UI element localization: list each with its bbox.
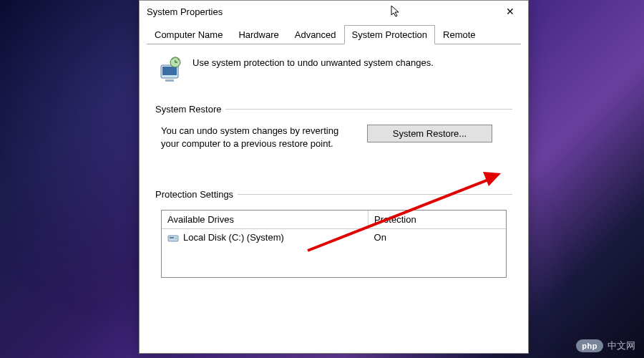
drive-name: Local Disk (C:) (System) <box>183 232 284 243</box>
column-header-protection[interactable]: Protection <box>369 211 506 229</box>
table-row[interactable]: Local Disk (C:) (System) On <box>162 229 506 246</box>
protection-table: Available Drives Protection <box>161 210 507 278</box>
tab-hardware[interactable]: Hardware <box>230 25 286 44</box>
system-restore-button[interactable]: System Restore... <box>367 125 492 142</box>
drive-icon <box>167 233 179 243</box>
watermark-badge: php <box>576 339 603 352</box>
svg-rect-2 <box>165 79 174 82</box>
tab-remote[interactable]: Remote <box>435 25 484 44</box>
tab-row: Computer Name Hardware Advanced System P… <box>147 25 521 44</box>
watermark-text: 中文网 <box>608 339 635 352</box>
svg-point-6 <box>175 238 177 239</box>
system-protection-icon <box>155 55 184 84</box>
system-properties-dialog: System Properties ✕ Computer Name Hardwa… <box>139 0 529 354</box>
titlebar: System Properties ✕ <box>140 1 528 22</box>
column-header-drives[interactable]: Available Drives <box>162 211 369 229</box>
section-title-protection: Protection Settings <box>155 189 233 200</box>
watermark: php 中文网 <box>576 339 635 352</box>
section-divider <box>238 194 512 195</box>
protection-status: On <box>369 229 506 246</box>
restore-row: You can undo system changes by reverting… <box>155 125 512 150</box>
svg-rect-5 <box>170 237 174 238</box>
tab-system-protection[interactable]: System Protection <box>344 25 436 44</box>
restore-description: You can undo system changes by reverting… <box>161 125 354 150</box>
section-header-protection: Protection Settings <box>155 189 512 200</box>
dialog-title: System Properties <box>147 6 497 17</box>
section-divider <box>225 109 512 110</box>
tab-content: Use system protection to undo unwanted s… <box>140 44 528 289</box>
tab-advanced[interactable]: Advanced <box>287 25 344 44</box>
tab-computer-name[interactable]: Computer Name <box>147 25 230 44</box>
intro-text: Use system protection to undo unwanted s… <box>192 55 434 68</box>
section-title-restore: System Restore <box>155 104 221 115</box>
close-button[interactable]: ✕ <box>497 1 524 21</box>
section-header-restore: System Restore <box>155 104 512 115</box>
svg-rect-1 <box>162 67 177 75</box>
intro-row: Use system protection to undo unwanted s… <box>155 55 512 84</box>
